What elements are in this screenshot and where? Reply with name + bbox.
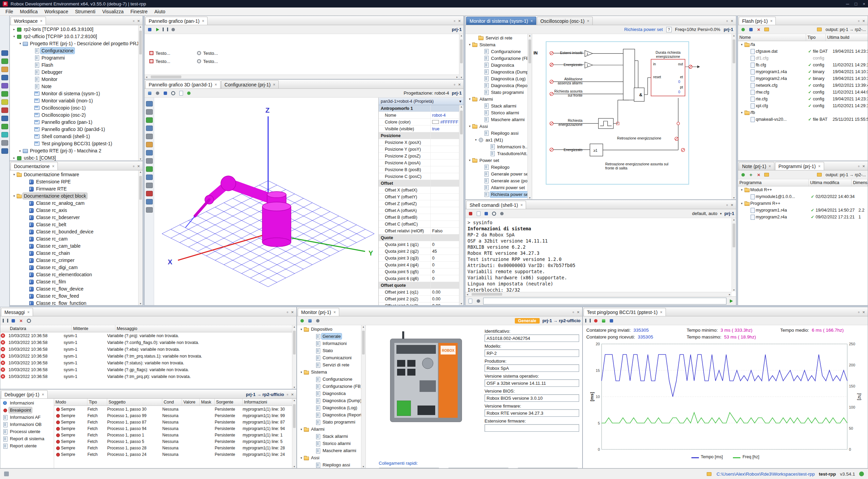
breakpoint-row[interactable]: Sempre Fetch Processo 1, passo 30 Nessun… (54, 406, 296, 412)
field-value[interactable]: RP-2 (485, 349, 579, 357)
toolbar-icon[interactable] (162, 90, 169, 97)
file-row[interactable]: cfgsave.dat ✓ file DAT 19/04/2021 14:23:… (738, 48, 868, 55)
panel-object-row[interactable]: Testo... Testo... (145, 49, 463, 57)
tree-item[interactable]: Note (10, 83, 138, 90)
expand-arrow-icon[interactable]: ▾ (299, 370, 304, 374)
breakpoint-row[interactable]: Sempre Fetch Processo 1, passo 5 Nessuna… (54, 438, 296, 445)
history-icon[interactable] (467, 298, 474, 304)
property-value[interactable]: 0 (430, 275, 459, 282)
close-icon[interactable]: × (818, 164, 821, 168)
tree-item[interactable]: Stato programmi (297, 418, 361, 426)
tree-item[interactable]: Diagnostica (465, 62, 527, 68)
side-tool-icon[interactable] (1, 58, 8, 65)
property-value[interactable] (430, 214, 459, 220)
property-value[interactable] (430, 160, 459, 166)
tree-item[interactable]: Informazioni b... (465, 143, 527, 150)
file-row[interactable]: ▾ /fa (738, 41, 868, 48)
tree-item[interactable]: Storico allarmi (297, 440, 361, 447)
float-icon[interactable]: ▫ (858, 164, 860, 169)
tool-icon[interactable] (146, 207, 153, 213)
tool-icon[interactable] (146, 125, 153, 132)
property-value[interactable] (430, 132, 459, 139)
float-icon[interactable]: ▫ (133, 18, 135, 23)
quick-link-button[interactable]: Allarmi (379, 468, 439, 468)
property-row[interactable]: Offset joint 3 (oj3) 0.00 (379, 302, 459, 305)
program-row[interactable]: myprogram1.r4a ✓ 19/04/2021 14:50:27 2.2 (738, 207, 868, 214)
property-value[interactable]: 0.00 (430, 289, 459, 295)
property-value[interactable]: robot-4 (430, 112, 459, 118)
tab-shell[interactable]: Shell comandi (shell-1)× (466, 201, 526, 209)
tree-item[interactable]: ▾ Allarmi (297, 426, 361, 433)
property-value[interactable] (430, 187, 459, 193)
property-value[interactable] (430, 180, 459, 186)
tree-item[interactable]: Monitor di sistema (sysm-1) (10, 90, 138, 97)
tree-item[interactable]: Maschere allarmi (465, 116, 527, 123)
tree-item[interactable]: ▾ Documentazione object block (10, 192, 138, 199)
property-value[interactable] (430, 173, 459, 180)
tab-pptest[interactable]: Test ping/pong BCC/31 (pptest-1)× (584, 308, 666, 316)
toolbar-icon[interactable] (585, 317, 591, 324)
property-row[interactable]: Colore (color) #FFFFFF (379, 119, 459, 126)
tree-item[interactable]: ▾ ax1 (M1) (465, 136, 527, 143)
quick-link-button[interactable]: Power set (518, 468, 578, 468)
tree-item[interactable]: Oscilloscopio (osc-2) (10, 111, 138, 118)
toolbar-icon[interactable] (170, 90, 177, 97)
close-icon[interactable]: × (862, 18, 865, 23)
tree-item[interactable]: Stack allarmi (465, 102, 527, 109)
toolbar-icon[interactable] (600, 317, 607, 324)
tool-icon[interactable] (146, 141, 153, 148)
field-value[interactable]: Robox RTE versione 34.27.3 (485, 409, 579, 417)
message-row[interactable]: 10/03/2022 10:36:58 sysm-1 Variabile (?.… (0, 366, 296, 373)
program-row[interactable]: ▾ Moduli R++ (738, 186, 868, 193)
property-value[interactable] (430, 194, 459, 200)
toolbar-icon[interactable] (763, 171, 770, 178)
col-header[interactable]: Cond (162, 399, 182, 406)
toolbar-icon[interactable] (154, 90, 161, 97)
tree-item[interactable]: Diagnostica (Report) (465, 82, 527, 89)
scrollbar[interactable] (138, 25, 143, 161)
float-icon[interactable]: ▫ (287, 392, 289, 397)
scrollbar[interactable] (459, 105, 463, 305)
property-value[interactable]: #FFFFFF (430, 119, 459, 125)
tree-item[interactable]: Oscilloscopio (osc-1) (10, 104, 138, 111)
tree-item[interactable]: Maschere allarmi (297, 447, 361, 454)
property-value[interactable]: Falso (430, 228, 459, 234)
side-tool-icon[interactable] (1, 131, 8, 138)
file-row[interactable]: network.cfg ✓ config 19/02/2021 13:39:46 (738, 82, 868, 89)
tree-item[interactable]: Riepilogo assi (297, 461, 361, 468)
property-row[interactable]: Offset quote (379, 282, 459, 289)
file-row[interactable]: fb.cfg ✓ config 11/02/2021 14:29:16 (738, 62, 868, 68)
tree-item[interactable]: ▾ Assi (465, 123, 527, 130)
float-icon[interactable]: ▫ (726, 18, 728, 23)
scrollbar[interactable] (732, 34, 736, 199)
toolbar-icon[interactable] (299, 317, 306, 324)
tree-item[interactable]: ▾ Allarmi (465, 96, 527, 102)
property-value[interactable]: 0.00 (430, 302, 459, 305)
tree-item[interactable]: Classe rc_cam (10, 235, 138, 242)
float-icon[interactable]: ▫ (858, 18, 860, 23)
close-icon[interactable]: × (731, 18, 733, 23)
expand-arrow-icon[interactable]: ▾ (468, 43, 472, 46)
property-row[interactable]: Posizione A (posA) (379, 160, 459, 166)
output-folder-icon[interactable] (816, 171, 823, 178)
tree-item[interactable]: Generale power set (465, 170, 527, 177)
close-icon[interactable]: × (137, 164, 140, 169)
tree-item[interactable]: Comunicazioni (297, 354, 361, 361)
col-header[interactable]: Nome (738, 34, 806, 41)
workspace-path[interactable]: C:\Users\Alex\Robox\Rde3\Workspaces\test… (717, 472, 815, 477)
tab-programmi[interactable]: Programmi (prj-1)× (775, 162, 824, 170)
toolbar-icon[interactable] (763, 26, 770, 33)
breakpoint-row[interactable]: Sempre Fetch Processo 1, passo 1 Nessuna… (54, 432, 296, 438)
message-row[interactable]: 10/03/2022 10:36:58 sysm-1 Variabile (?.… (0, 353, 296, 360)
expand-arrow-icon[interactable]: ▾ (299, 328, 304, 331)
property-value[interactable]: 0 (430, 262, 459, 268)
close-icon[interactable]: × (577, 310, 579, 315)
tool-icon[interactable] (146, 158, 153, 164)
run-icon[interactable] (728, 298, 735, 304)
property-row[interactable]: Quota joint 6 (qj6) 0 (379, 275, 459, 282)
property-value[interactable] (430, 105, 459, 112)
property-row[interactable]: Offset A (offsetA) (379, 207, 459, 214)
close-icon[interactable]: × (660, 310, 662, 314)
chevron-down-icon[interactable]: ▾ (459, 99, 461, 104)
property-row[interactable]: Offset B (offsetB) (379, 214, 459, 221)
